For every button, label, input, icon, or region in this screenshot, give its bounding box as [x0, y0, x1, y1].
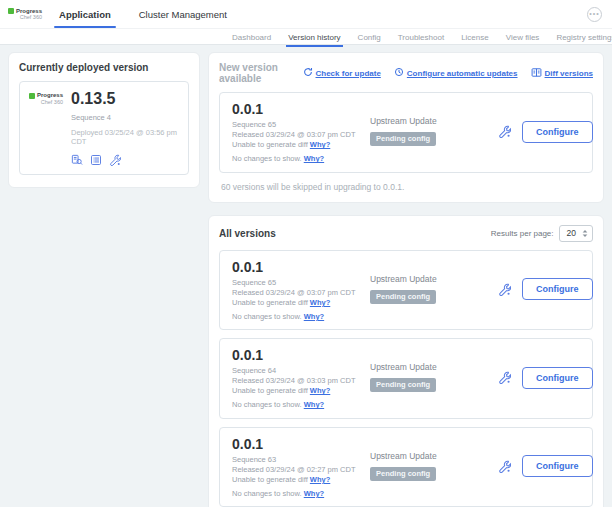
version-source: Upstream Update	[370, 362, 498, 372]
version-changes-note: No changes to show. Why?	[232, 312, 370, 322]
status-badge: Pending config	[370, 132, 436, 146]
edit-config-icon[interactable]	[498, 460, 511, 473]
diff-why-link[interactable]: Why?	[310, 298, 330, 307]
subnav-config[interactable]: Config	[356, 32, 383, 45]
version-released: Released 03/29/24 @ 03:07 pm CDT	[232, 130, 370, 140]
version-row: 0.0.1 Sequence 64 Released 03/29/24 @ 03…	[219, 338, 593, 419]
new-version-section: New version available Check for update C…	[208, 52, 604, 203]
version-released: Released 03/29/24 @ 03:03 pm CDT	[232, 376, 370, 386]
all-versions-section: All versions Results per page: 20 0.0.1 …	[208, 215, 604, 507]
version-diff-note: Unable to generate diff Why?	[232, 140, 370, 150]
results-per-page-select[interactable]: 20	[559, 225, 593, 242]
version-released: Released 03/29/24 @ 02:27 pm CDT	[232, 465, 370, 475]
view-config-icon[interactable]	[90, 154, 102, 166]
diff-note-text: Unable to generate diff	[232, 475, 308, 484]
deployed-version-box: Progress Chef 360 0.13.5 Sequence 4 Depl…	[19, 81, 189, 175]
check-for-update-link[interactable]: Check for update	[303, 67, 381, 79]
configure-button[interactable]: Configure	[522, 455, 593, 477]
version-released: Released 03/29/24 @ 03:07 pm CDT	[232, 288, 370, 298]
diff-why-link[interactable]: Why?	[310, 386, 330, 395]
tab-cluster-management[interactable]: Cluster Management	[136, 0, 230, 28]
version-label: 0.0.1	[232, 436, 370, 452]
diff-why-link[interactable]: Why?	[310, 475, 330, 484]
select-stepper-icon	[581, 228, 589, 239]
version-label: 0.0.1	[232, 259, 370, 275]
edit-config-icon[interactable]	[498, 371, 511, 384]
currently-deployed-card: Currently deployed version Progress Chef…	[8, 52, 200, 188]
changes-note-text: No changes to show.	[232, 489, 302, 498]
new-version-row: 0.0.1 Sequence 65 Released 03/29/24 @ 03…	[219, 92, 593, 173]
version-info: 0.0.1 Sequence 64 Released 03/29/24 @ 03…	[232, 345, 370, 411]
results-per-page-label: Results per page:	[491, 229, 554, 238]
version-source: Upstream Update	[370, 274, 498, 284]
tab-application[interactable]: Application	[56, 0, 114, 28]
edit-config-icon[interactable]	[109, 154, 121, 166]
ellipsis-icon[interactable]: •••	[587, 7, 602, 22]
edit-config-icon[interactable]	[498, 283, 511, 296]
version-diff-note: Unable to generate diff Why?	[232, 298, 370, 308]
changes-note-text: No changes to show.	[232, 154, 302, 163]
diff-icon	[531, 67, 542, 80]
changes-note-text: No changes to show.	[232, 312, 302, 321]
subnav-view-files[interactable]: View files	[504, 32, 542, 45]
version-info: 0.0.1 Sequence 65 Released 03/29/24 @ 03…	[232, 257, 370, 323]
schedule-icon	[394, 67, 404, 79]
status-badge: Pending config	[370, 378, 436, 392]
diff-versions-label: Diff versions	[545, 69, 593, 78]
deployed-app-logo: Progress Chef 360	[29, 90, 63, 108]
version-source-block: Upstream Update Pending config	[370, 345, 498, 411]
logo-green-square-icon	[29, 93, 35, 99]
changes-why-link[interactable]: Why?	[304, 154, 324, 163]
changes-why-link[interactable]: Why?	[304, 312, 324, 321]
preview-diff-icon[interactable]	[71, 154, 83, 166]
edit-config-icon[interactable]	[498, 125, 511, 138]
diff-why-link[interactable]: Why?	[310, 140, 330, 149]
all-versions-title: All versions	[219, 228, 276, 239]
version-source: Upstream Update	[370, 451, 498, 461]
deployed-title: Currently deployed version	[19, 62, 189, 73]
version-label: 0.0.1	[232, 347, 370, 363]
diff-note-text: Unable to generate diff	[232, 140, 308, 149]
version-diff-note: Unable to generate diff Why?	[232, 475, 370, 485]
version-changes-note: No changes to show. Why?	[232, 489, 370, 499]
version-changes-note: No changes to show. Why?	[232, 400, 370, 410]
subnav-registry-settings[interactable]: Registry settings	[554, 32, 612, 45]
version-sequence: Sequence 63	[232, 455, 370, 465]
version-sequence: Sequence 65	[232, 120, 370, 130]
brand-product: Chef 360	[8, 14, 42, 20]
version-source-block: Upstream Update Pending config	[370, 434, 498, 500]
version-source-block: Upstream Update Pending config	[370, 257, 498, 323]
refresh-icon	[303, 67, 313, 79]
configure-button[interactable]: Configure	[522, 367, 593, 389]
subnav-troubleshoot[interactable]: Troubleshoot	[396, 32, 446, 45]
configure-automatic-updates-label: Configure automatic updates	[407, 69, 518, 78]
status-badge: Pending config	[370, 467, 436, 481]
configure-button[interactable]: Configure	[522, 121, 593, 143]
brand-product: Chef 360	[29, 99, 63, 106]
app-subnav: Dashboard Version history Config Trouble…	[0, 29, 612, 45]
deployed-timestamp: Deployed 03/25/24 @ 03:56 pm CDT	[71, 128, 179, 146]
version-source: Upstream Update	[370, 116, 498, 126]
version-changes-note: No changes to show. Why?	[232, 154, 370, 164]
logo-green-square-icon	[8, 8, 14, 14]
configure-automatic-updates-link[interactable]: Configure automatic updates	[394, 67, 518, 79]
version-diff-note: Unable to generate diff Why?	[232, 386, 370, 396]
changes-why-link[interactable]: Why?	[304, 489, 324, 498]
top-bar: Progress Chef 360 Application Cluster Ma…	[0, 0, 612, 29]
main-content: Currently deployed version Progress Chef…	[0, 45, 612, 507]
diff-versions-link[interactable]: Diff versions	[531, 67, 593, 80]
version-row: 0.0.1 Sequence 65 Released 03/29/24 @ 03…	[219, 250, 593, 331]
changes-note-text: No changes to show.	[232, 400, 302, 409]
deployed-sequence: Sequence 4	[71, 113, 179, 122]
changes-why-link[interactable]: Why?	[304, 400, 324, 409]
version-sequence: Sequence 65	[232, 278, 370, 288]
version-source-block: Upstream Update Pending config	[370, 99, 498, 165]
subnav-dashboard[interactable]: Dashboard	[230, 32, 273, 45]
new-version-title: New version available	[219, 62, 303, 84]
subnav-version-history[interactable]: Version history	[286, 32, 342, 47]
results-per-page-value: 20	[567, 228, 576, 238]
skipped-versions-note: 60 versions will be skipped in upgrading…	[219, 182, 593, 192]
version-info: 0.0.1 Sequence 63 Released 03/29/24 @ 02…	[232, 434, 370, 500]
subnav-license[interactable]: License	[459, 32, 491, 45]
configure-button[interactable]: Configure	[522, 278, 593, 300]
